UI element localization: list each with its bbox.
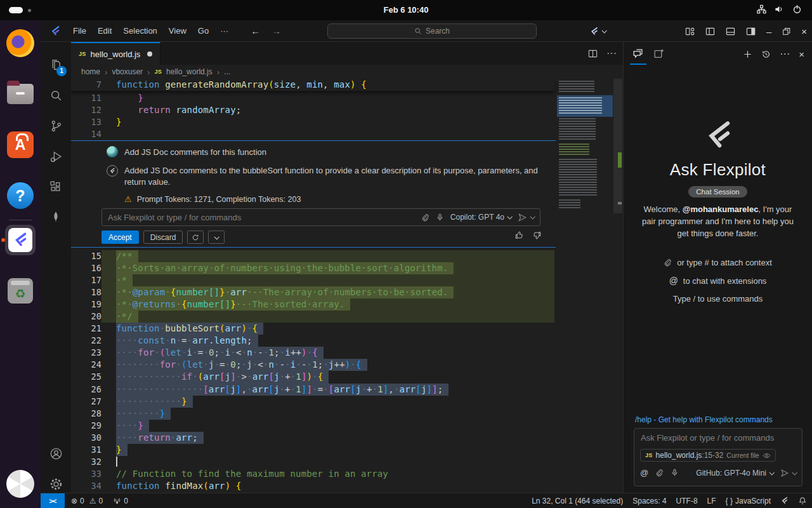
customize-layout-icon[interactable] (685, 27, 695, 36)
menu-go[interactable]: Go (192, 23, 214, 38)
eye-icon[interactable] (763, 451, 771, 460)
search-view-icon[interactable] (41, 81, 71, 109)
code-line-20[interactable]: 20·*/ (71, 311, 554, 323)
code-line-16[interactable]: 16·*·Sorts·an·array·of·numbers·using·the… (71, 262, 554, 274)
code-line-26[interactable]: 26················[arr[j],·arr[j·+·1]]·=… (71, 384, 554, 396)
eol-sequence[interactable]: LF (707, 497, 716, 505)
remote-indicator[interactable]: >< (41, 493, 65, 508)
code-line-17[interactable]: 17·* (71, 274, 554, 286)
minimap[interactable] (557, 79, 613, 213)
code-line-11[interactable]: 11 } (71, 92, 554, 104)
mention-icon[interactable]: @ (640, 468, 648, 478)
accounts-icon[interactable] (41, 439, 71, 467)
search-input[interactable]: Search (327, 23, 537, 39)
nav-forward-icon[interactable]: → (272, 25, 281, 36)
trash-icon[interactable]: ♻ (5, 276, 36, 306)
close-icon[interactable]: × (801, 26, 807, 37)
minimize-icon[interactable]: – (766, 26, 771, 37)
code-line-27[interactable]: 27············} (71, 396, 554, 408)
inline-chat-input[interactable] (108, 213, 415, 222)
code-line-18[interactable]: 18·*·@param·{number[]}·arr·-·The·array·o… (71, 286, 554, 298)
ubuntu-software-icon[interactable] (5, 130, 36, 160)
new-chat-icon[interactable] (743, 50, 752, 59)
thumbs-up-icon[interactable] (514, 231, 524, 240)
toggle-secondary-sidebar-icon[interactable] (746, 27, 756, 36)
code-line-29[interactable]: 29····} (71, 420, 554, 432)
cursor-position[interactable]: Ln 32, Col 1 (464 selected) (532, 497, 623, 505)
toggle-panel-icon[interactable] (726, 27, 735, 36)
attach-icon[interactable] (655, 469, 664, 477)
help-command-link[interactable]: /help - Get help with Flexpilot commands (635, 415, 773, 424)
help-icon[interactable]: ? (5, 180, 36, 211)
tab-hello-world[interactable]: JS hello_world.js (71, 42, 160, 65)
code-line-33[interactable]: 33// Function to find the maximum number… (71, 468, 554, 480)
flexpilot-menu-button[interactable] (589, 27, 606, 36)
menu-selection[interactable]: Selection (117, 23, 162, 38)
attach-icon[interactable] (421, 213, 429, 222)
breadcrumb-home[interactable]: home (81, 67, 100, 76)
breadcrumb-file[interactable]: hello_world.js (166, 67, 213, 76)
model-picker[interactable]: Copilot: GPT 4o (450, 213, 511, 222)
show-apps-icon[interactable] (5, 469, 36, 499)
model-picker[interactable]: GitHub: GPT-4o Mini (696, 469, 773, 478)
breadcrumb-symbol[interactable]: ... (224, 67, 230, 76)
mic-icon[interactable] (436, 213, 444, 222)
source-control-icon[interactable] (41, 112, 71, 140)
code-line-32[interactable]: 32 (71, 456, 554, 468)
split-editor-icon[interactable] (588, 49, 598, 58)
extensions-icon[interactable] (41, 173, 71, 201)
chat-input[interactable] (641, 433, 793, 443)
code-line-30[interactable]: 30····return·arr; (71, 432, 554, 444)
editor-more-actions-icon[interactable]: ··· (606, 48, 617, 59)
chat-tab-icon[interactable] (632, 48, 643, 59)
system-clock[interactable]: Feb 6 10:40 (0, 0, 812, 20)
code-line-28[interactable]: 28········} (71, 408, 554, 420)
breadcrumb-vboxuser[interactable]: vboxuser (112, 67, 143, 76)
code-line-21[interactable]: 21function·bubbleSort(arr)·{ (71, 323, 554, 335)
volume-icon[interactable] (775, 4, 784, 14)
menu-view[interactable]: View (163, 23, 192, 38)
discard-button[interactable]: Discard (143, 231, 183, 244)
rerun-icon[interactable] (187, 231, 204, 244)
context-file-chip[interactable]: JS hello_world.js:15-32 Current file (640, 449, 776, 462)
accept-button[interactable]: Accept (102, 231, 139, 244)
menu-edit[interactable]: Edit (92, 23, 117, 38)
toggle-sidebar-icon[interactable] (705, 27, 715, 36)
run-debug-icon[interactable] (41, 142, 71, 170)
history-icon[interactable] (761, 50, 771, 59)
code-line-25[interactable]: 25············if·(arr[j]·>·arr[j·+·1])·{ (71, 371, 554, 383)
code-line-19[interactable]: 19·*·@returns·{number[]}·-·The·sorted·ar… (71, 298, 554, 311)
send-button[interactable] (518, 213, 534, 222)
more-actions-chevron-icon[interactable] (208, 231, 225, 244)
problems-indicator[interactable]: ⊗0 ⚠0 (71, 497, 103, 505)
network-icon[interactable] (757, 4, 766, 14)
files-icon[interactable] (5, 79, 36, 109)
explorer-icon[interactable]: 1 (41, 51, 71, 79)
code-line-22[interactable]: 22····const·n·=·arr.length; (71, 335, 554, 347)
menu-more[interactable]: ··· (214, 23, 234, 38)
code-line-13[interactable]: 13} (71, 116, 554, 128)
thumbs-down-icon[interactable] (532, 231, 542, 240)
flexpilot-app-icon[interactable] (5, 225, 36, 255)
edit-session-icon[interactable] (653, 48, 664, 59)
editor-scrollbar[interactable] (613, 79, 623, 493)
code-line-7[interactable]: 7function generateRandomArray(size, min,… (71, 79, 554, 91)
code-line-24[interactable]: 24········for·(let·j·=·0;·j·<·n·-·i·-·1;… (71, 359, 554, 371)
language-mode[interactable]: { } JavaScript (726, 497, 771, 505)
code-line-12[interactable]: 12 return randomArray; (71, 104, 554, 116)
code-line-15[interactable]: 15/** (71, 250, 554, 262)
ports-indicator[interactable]: 0 (113, 497, 128, 505)
nav-back-icon[interactable]: ← (251, 25, 260, 36)
more-actions-icon[interactable]: ··· (780, 48, 790, 60)
restore-icon[interactable] (782, 27, 790, 36)
mongodb-icon[interactable] (41, 203, 71, 231)
modified-dot-icon[interactable] (147, 51, 152, 57)
encoding[interactable]: UTF-8 (676, 497, 698, 505)
mic-icon[interactable] (671, 469, 679, 477)
menu-file[interactable]: File (67, 23, 92, 38)
notifications-bell-icon[interactable] (798, 497, 807, 505)
firefox-icon[interactable] (5, 28, 36, 58)
code-editor[interactable]: 7function generateRandomArray(size, min,… (71, 79, 623, 493)
send-button[interactable] (780, 469, 796, 478)
code-line-14[interactable]: 14 (71, 128, 554, 140)
